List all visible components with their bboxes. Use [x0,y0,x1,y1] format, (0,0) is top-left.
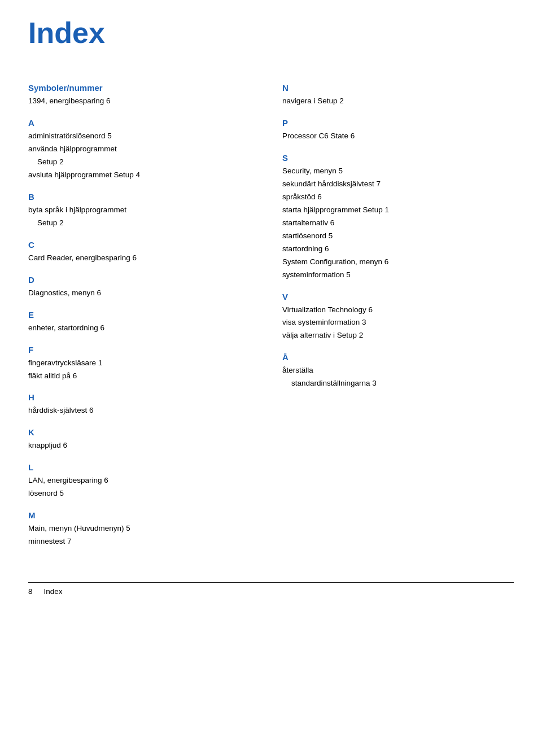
index-entry: startalternativ 6 [282,217,514,230]
index-entry: LAN, energibesparing 6 [28,474,260,487]
index-entry: avsluta hjälpprogrammet Setup 4 [28,169,260,182]
index-entry: hårddisk-självtest 6 [28,404,260,417]
section-letter-s: S [282,153,514,163]
section-letter-d: D [28,275,260,285]
index-entry: starta hjälpprogrammet Setup 1 [282,204,514,217]
page-footer: 8 Index [28,582,514,596]
index-entry: Setup 2 [28,217,260,230]
section-letter-v: V [282,292,514,301]
index-entry: startlösenord 5 [282,230,514,243]
index-entry: standardinställningarna 3 [282,377,514,390]
index-entry: Processor C6 State 6 [282,130,514,143]
index-entry: fläkt alltid på 6 [28,370,260,383]
index-entry: byta språk i hjälpprogrammet [28,204,260,217]
section-letter-a: A [28,118,260,128]
index-entry: 1394, energibesparing 6 [28,95,260,108]
section-letter-n: N [282,83,514,93]
index-entry: visa systeminformation 3 [282,316,514,329]
section-letter-m: M [28,510,260,520]
index-entry: Card Reader, energibesparing 6 [28,252,260,265]
footer-page-number: 8 [28,587,33,596]
index-entry: Main, menyn (Huvudmenyn) 5 [28,522,260,535]
index-entry: språkstöd 6 [282,191,514,204]
index-entry: Virtualization Technology 6 [282,304,514,317]
index-entry: använda hjälpprogrammet [28,143,260,156]
section-letter-c: C [28,240,260,250]
section-letter-l: L [28,462,260,472]
section-letter-: Å [282,352,514,362]
footer-section-label: Index [44,587,63,596]
index-content: Symboler/nummer1394, energibesparing 6Aa… [28,83,514,548]
index-entry: enheter, startordning 6 [28,322,260,335]
section-letter-b: B [28,192,260,202]
index-entry: Security, menyn 5 [282,165,514,178]
index-entry: Diagnostics, menyn 6 [28,287,260,300]
index-entry: sekundärt hårddisksjälvtest 7 [282,178,514,191]
index-entry: återställa [282,364,514,377]
section-letter-p: P [282,118,514,128]
page-title: Index [28,17,514,49]
section-letter-e: E [28,310,260,320]
index-entry: startordning 6 [282,243,514,256]
index-entry: systeminformation 5 [282,269,514,282]
section-letter-k: K [28,427,260,437]
index-entry: fingeravtrycksläsare 1 [28,357,260,370]
index-entry: System Configuration, menyn 6 [282,256,514,269]
index-entry: administratörslösenord 5 [28,130,260,143]
index-entry: välja alternativ i Setup 2 [282,329,514,342]
index-entry: knappljud 6 [28,439,260,452]
index-entry: lösenord 5 [28,487,260,500]
right-column: Nnavigera i Setup 2PProcessor C6 State 6… [282,83,514,548]
index-entry: minnestest 7 [28,535,260,548]
index-entry: navigera i Setup 2 [282,95,514,108]
section-letter-f: F [28,345,260,355]
index-entry: Setup 2 [28,156,260,169]
left-column: Symboler/nummer1394, energibesparing 6Aa… [28,83,260,548]
section-letter-symbolernummer: Symboler/nummer [28,83,260,93]
section-letter-h: H [28,392,260,402]
